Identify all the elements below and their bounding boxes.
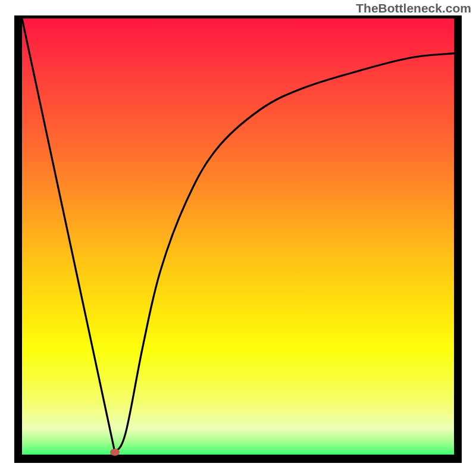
plot-frame (14, 15, 462, 463)
optimal-point-marker (110, 449, 120, 456)
plot-gradient-background (22, 18, 454, 455)
bottleneck-curve (22, 18, 454, 455)
attribution-text: TheBottleneck.com (356, 1, 471, 15)
curve-path (22, 18, 454, 452)
